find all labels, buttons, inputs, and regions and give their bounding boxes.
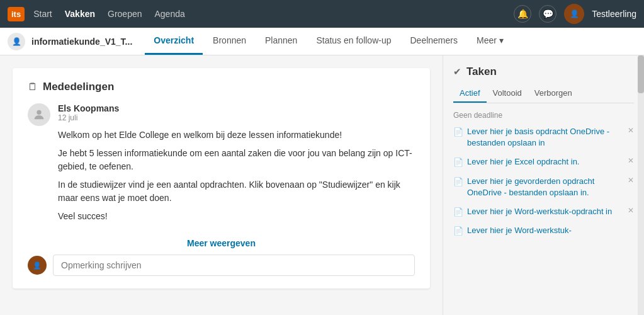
task-item-1: 📄 Lever hier je basis opdracht OneDrive …	[453, 126, 634, 149]
task-file-icon-3: 📄	[453, 177, 463, 186]
tab-deelnemers[interactable]: Deelnemers	[402, 28, 466, 55]
task-link-5[interactable]: Lever hier je Word-werkstuk-	[467, 225, 634, 236]
task-item-2: 📄 Lever hier je Excel opdracht in. ✕	[453, 156, 634, 168]
course-title: informatiekunde_V1_T...	[31, 37, 132, 47]
tab-status[interactable]: Status en follow-up	[307, 28, 400, 55]
tab-meer[interactable]: Meer ▾	[468, 28, 512, 55]
nav-right: 🔔 💬 👤 Testleerling	[514, 4, 636, 24]
announcements-title: Mededelingen	[43, 81, 114, 93]
task-link-2[interactable]: Lever hier je Excel opdracht in.	[467, 156, 624, 168]
tasks-header: ✔ Taken	[453, 66, 634, 78]
tasks-tab-voltooid[interactable]: Voltooid	[487, 84, 528, 103]
task-file-icon-2: 📄	[453, 158, 463, 167]
nav-agenda[interactable]: Agenda	[155, 9, 185, 19]
task-dismiss-1[interactable]: ✕	[628, 126, 634, 135]
nav-groepen[interactable]: Groepen	[108, 9, 142, 19]
username: Testleerling	[592, 9, 636, 19]
nav-vakken[interactable]: Vakken	[65, 9, 95, 19]
announcement-item: Els Koopmans 12 juli Welkom op het Elde …	[28, 103, 415, 228]
announcement-paragraph-1: Welkom op het Elde College en welkom bij…	[58, 129, 415, 142]
announcements-card: 🗒 Mededelingen Els Koopmans 12 juli Welk…	[13, 68, 430, 289]
task-file-icon-1: 📄	[453, 127, 463, 137]
course-tabs: Overzicht Bronnen Plannen Status en foll…	[145, 28, 636, 55]
app-logo[interactable]: its	[8, 7, 25, 21]
comment-row: 👤	[28, 255, 415, 276]
task-dismiss-2[interactable]: ✕	[628, 156, 634, 165]
tasks-tabs: Actief Voltooid Verborgen	[453, 84, 634, 103]
tasks-check-icon: ✔	[453, 66, 461, 77]
svg-point-0	[37, 110, 41, 115]
main-content: 🗒 Mededelingen Els Koopmans 12 juli Welk…	[0, 55, 644, 315]
notifications-icon[interactable]: 🔔	[514, 5, 531, 23]
task-link-3[interactable]: Lever hier je gevorderden opdracht OneDr…	[467, 176, 624, 198]
task-link-1[interactable]: Lever hier je basis opdracht OneDrive - …	[467, 126, 624, 149]
task-file-icon-5: 📄	[453, 226, 463, 236]
comment-avatar: 👤	[28, 256, 47, 275]
announcement-author: Els Koopmans	[58, 103, 415, 113]
task-file-icon-4: 📄	[453, 207, 463, 217]
meer-weergeven-section: Meer weergeven	[28, 238, 415, 248]
task-item-3: 📄 Lever hier je gevorderden opdracht One…	[453, 176, 634, 198]
tab-bronnen[interactable]: Bronnen	[204, 28, 255, 55]
nav-items: Start Vakken Groepen Agenda	[33, 9, 514, 19]
task-item-5: 📄 Lever hier je Word-werkstuk-	[453, 225, 634, 236]
task-link-4[interactable]: Lever hier je Word-werkstuk-opdracht in	[467, 206, 624, 217]
right-panel: ✔ Taken Actief Voltooid Verborgen Geen d…	[443, 55, 644, 315]
announcement-paragraph-2: Je hebt 5 lessen informatiekunde om een …	[58, 147, 415, 173]
meer-weergeven-link[interactable]: Meer weergeven	[187, 238, 256, 248]
tasks-tab-verborgen[interactable]: Verborgen	[528, 84, 579, 103]
left-panel: 🗒 Mededelingen Els Koopmans 12 juli Welk…	[0, 55, 443, 315]
tab-overzicht[interactable]: Overzicht	[145, 28, 203, 55]
announcement-content: Els Koopmans 12 juli Welkom op het Elde …	[58, 103, 415, 228]
messages-icon[interactable]: 💬	[539, 5, 556, 23]
chevron-down-icon: ▾	[499, 35, 504, 45]
task-item-4: 📄 Lever hier je Word-werkstuk-opdracht i…	[453, 206, 634, 217]
announcement-date: 12 juli	[58, 113, 415, 122]
task-dismiss-3[interactable]: ✕	[628, 176, 634, 185]
announcement-paragraph-3: In de studiewijzer vind je een aantal op…	[58, 178, 415, 205]
tasks-tab-actief[interactable]: Actief	[453, 84, 487, 103]
tab-plannen[interactable]: Plannen	[256, 28, 306, 55]
scrollbar-thumb[interactable]	[638, 55, 644, 93]
top-navigation: its Start Vakken Groepen Agenda 🔔 💬 👤 Te…	[0, 0, 644, 28]
course-icon: 👤	[8, 33, 25, 50]
scrollbar-track[interactable]	[638, 55, 644, 315]
task-dismiss-4[interactable]: ✕	[628, 206, 634, 215]
avatar[interactable]: 👤	[564, 4, 584, 24]
no-deadline-label: Geen deadline	[453, 111, 634, 120]
course-navigation: 👤 informatiekunde_V1_T... Overzicht Bron…	[0, 28, 644, 55]
nav-start[interactable]: Start	[33, 9, 52, 19]
announcements-icon: 🗒	[28, 81, 38, 93]
tasks-title: Taken	[466, 66, 497, 78]
comment-input[interactable]	[53, 255, 415, 276]
announcements-header: 🗒 Mededelingen	[28, 81, 415, 93]
announcement-paragraph-4: Veel succes!	[58, 210, 415, 223]
announcement-avatar	[28, 103, 50, 126]
